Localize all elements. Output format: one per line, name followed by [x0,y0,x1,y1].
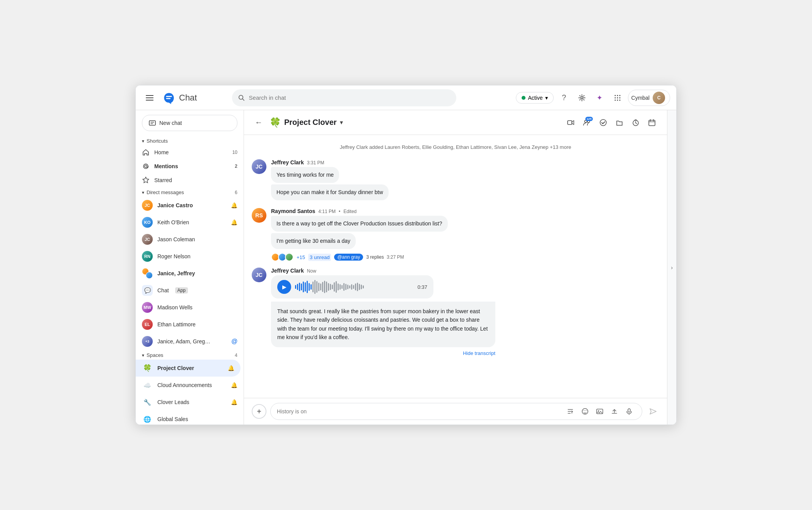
help-button[interactable]: ? [557,90,571,105]
avatar-jason: JC [142,234,153,245]
collapse-handle[interactable]: › [667,110,676,425]
chat-app-icon: 💬 [142,285,153,296]
hide-transcript-link[interactable]: Hide transcript [271,350,495,356]
app-window: Chat Active ▾ ? ✦ [135,85,677,425]
mentions-count: 2 [235,164,237,169]
image-button[interactable] [593,405,606,418]
msg-bubble-1b: Hope you can make it for Sunday dinner b… [271,184,389,200]
video-button[interactable] [563,115,578,130]
send-icon [648,407,657,416]
msg-header-2: Raymond Santos 4:11 PM • Edited [271,208,659,214]
bell-icon-leads: 🔔 [231,399,237,405]
mic-icon [626,408,633,415]
sidebar-item-janice-castro[interactable]: JC Janice Castro 🔔 [136,197,244,214]
account-button[interactable]: Cymbal C [628,90,670,106]
dm-label: Direct messages [147,189,184,195]
sidebar-item-jason[interactable]: JC Jason Coleman [136,231,244,248]
send-button[interactable] [646,405,659,418]
message-input[interactable] [277,408,564,414]
sidebar-item-home[interactable]: Home 10 [136,145,244,159]
play-button[interactable]: ▶ [277,280,291,294]
audio-bubble: ▶ [271,275,433,298]
svg-point-25 [584,410,585,411]
app-tag: App [175,287,188,293]
search-input[interactable] [249,94,450,101]
new-chat-button[interactable]: New chat [142,115,237,131]
dm-section-header[interactable]: ▾ Direct messages 6 [136,187,244,197]
grid-icon [614,94,621,102]
gear-icon [578,94,586,102]
calendar-button[interactable] [645,115,659,130]
logo-area: Chat [162,91,197,105]
msg-time-3: Now [307,268,316,274]
add-button[interactable]: + [252,404,266,419]
active-dot [522,96,525,100]
timer-button[interactable] [628,115,643,130]
msg-reactions-2: +15 3 unread @ann gray 3 replies 3:27 PM [271,253,659,261]
global-sales-icon: 🌐 [142,414,153,425]
svg-point-7 [614,95,616,96]
shortcuts-section-header[interactable]: ▾ Shortcuts [136,136,244,145]
active-status-button[interactable]: Active ▾ [516,92,553,104]
sidebar-item-ethan[interactable]: EL Ethan Lattimore [136,316,244,333]
svg-point-12 [619,97,620,98]
avatar-jeffrey-clark-2: JC [252,268,266,282]
spaces-section-header[interactable]: ▾ Spaces 4 [136,350,244,360]
chat-logo [162,91,176,105]
sidebar-item-cloud-announcements[interactable]: ☁️ Cloud Announcements 🔔 [136,377,244,394]
settings-button[interactable] [575,90,589,105]
starred-label: Starred [154,177,172,183]
avatar-janice-jeffrey [142,268,153,279]
input-bar: + [244,398,667,425]
spaces-count: 4 [235,353,237,358]
avatar-madison: MW [142,302,153,313]
avatar-keith: KO [142,217,153,228]
messages-area: Jeffrey Clark added Lauren Roberts, Elli… [244,135,667,398]
members-count-badge: 125 [585,117,593,121]
account-avatar: C [653,92,665,104]
sidebar-item-mentions[interactable]: Mentions 2 [136,159,244,173]
chat-title-chevron-icon[interactable]: ▾ [340,119,343,126]
menu-button[interactable] [142,90,157,106]
chat-title-area: 🍀 Project Clover ▾ [270,117,560,128]
text-format-icon [567,408,574,415]
sparkle-button[interactable]: ✦ [592,90,607,105]
members-button[interactable]: 125 [580,115,594,130]
sidebar-item-project-clover[interactable]: 🍀 Project Clover 🔔 [136,360,241,377]
sidebar-item-madison[interactable]: MW Madison Wells [136,299,244,316]
tasks-button[interactable] [596,115,611,130]
mic-button[interactable] [623,405,636,418]
emoji-button[interactable] [578,405,592,418]
new-chat-label: New chat [159,120,182,126]
apps-button[interactable] [610,90,625,105]
svg-rect-0 [146,95,154,96]
sidebar-item-keith[interactable]: KO Keith O'Brien 🔔 [136,214,244,231]
mentions-icon [142,162,150,170]
at-tag-ann[interactable]: @ann gray [334,254,363,261]
sidebar-item-chat-app[interactable]: 💬 Chat App [136,282,244,299]
sidebar-item-group[interactable]: +3 Janice, Adam, Gregory, Jose... @ [136,333,244,350]
sidebar-item-clover-leads[interactable]: 🔧 Clover Leads 🔔 [136,394,244,411]
sidebar-item-janice-jeffrey[interactable]: Janice, Jeffrey [136,265,244,282]
files-button[interactable] [612,115,627,130]
search-bar [232,89,456,106]
sidebar-item-starred[interactable]: Starred [136,173,244,187]
active-label: Active [528,95,542,101]
shortcuts-chevron-icon: ▾ [142,138,144,144]
svg-line-5 [242,99,244,100]
image-icon [596,408,603,415]
back-button[interactable]: ← [252,116,266,130]
svg-point-13 [614,99,616,101]
svg-point-8 [617,95,618,96]
top-right-actions: Active ▾ ? ✦ [516,90,670,106]
sidebar-item-roger[interactable]: RN Roger Nelson [136,248,244,265]
reaction-count[interactable]: +15 [297,254,305,260]
upload-button[interactable] [608,405,621,418]
format-text-button[interactable] [564,405,577,418]
video-icon [567,119,574,126]
bell-icon-janice: 🔔 [231,202,237,208]
system-message: Jeffrey Clark added Lauren Roberts, Elli… [252,141,659,153]
avatar-raymond-santos: RS [252,208,266,223]
msg-sender-2: Raymond Santos [271,208,315,214]
sidebar-item-global-sales[interactable]: 🌐 Global Sales [136,411,244,425]
